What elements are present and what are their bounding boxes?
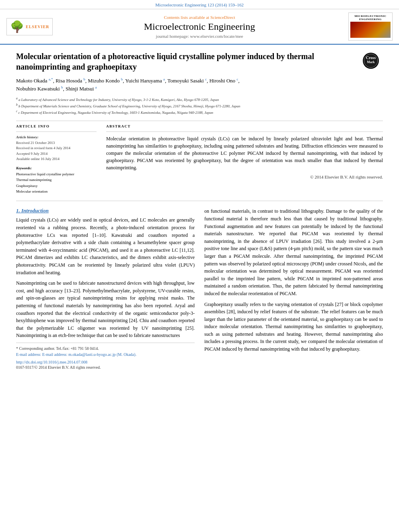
divider-2 (16, 201, 383, 201)
affiliation-a: a a Laboratory of Advanced Science and T… (16, 96, 383, 103)
article-content: Molecular orientation of a photoreactive… (0, 45, 399, 376)
body-para-2: Nanoimprinting can be used to fabricate … (16, 279, 195, 339)
history-label: Article history: (16, 135, 97, 139)
journal-logo-box: MICROELECTRONICENGINEERING (348, 12, 393, 41)
crossmark-logo: Cross Mark (363, 53, 383, 69)
footnote-email: E-mail address: E-mail address: m.okada@… (16, 351, 195, 357)
body-para-right-2: Graphoepitaxy usually refers to the vary… (204, 301, 383, 353)
history-accepted: Accepted 9 July 2014 (16, 151, 97, 157)
info-abstract-section: ARTICLE INFO Article history: Received 2… (16, 124, 383, 195)
keyword-1: Photoreactive liquid crystalline polymer (16, 171, 97, 177)
keyword-4: Molecular orientation (16, 189, 97, 194)
abstract-col: ABSTRACT Molecular orientation in photor… (106, 124, 383, 195)
top-bar: Microelectronic Engineering 123 (2014) 1… (0, 0, 399, 9)
abstract-copyright: © 2014 Elsevier B.V. All rights reserved… (106, 175, 383, 179)
divider-info (16, 131, 97, 132)
affiliations: a a Laboratory of Advanced Science and T… (16, 96, 383, 116)
journal-center-info: Contents lists available at ScienceDirec… (55, 15, 344, 39)
keywords-label: Keywords: (16, 166, 97, 170)
authors: Makoto Okada a,*, Risa Hosoda b, Mizuho … (16, 77, 383, 93)
history-revised: Received in revised form 4 July 2014 (16, 146, 97, 151)
body-section: 1. Introduction Liquid crystals (LCs) ar… (16, 207, 383, 370)
doi-line: http://dx.doi.org/10.1016/j.mee.2014.07.… (16, 360, 195, 364)
contents-text: Contents lists available at (164, 15, 210, 20)
article-title-section: Molecular orientation of a photoreactive… (16, 51, 383, 72)
crossmark-icon: Cross Mark (363, 53, 379, 69)
journal-citation: Microelectronic Engineering 123 (2014) 1… (155, 2, 243, 7)
abstract-text: Molecular orientation in photoreactive l… (106, 135, 383, 171)
article-title: Molecular orientation of a photoreactive… (16, 51, 363, 72)
history-online: Available online 16 July 2014 (16, 156, 97, 162)
body-left-col: 1. Introduction Liquid crystals (LCs) ar… (16, 207, 195, 370)
body-right-col: on functional materials, in contrast to … (204, 207, 383, 370)
keywords-section: Keywords: Photoreactive liquid crystalli… (16, 166, 97, 195)
abstract-label: ABSTRACT (106, 124, 383, 128)
affiliation-c: c c Department of Electrical Engineering… (16, 109, 383, 115)
intro-heading: 1. Introduction (16, 207, 195, 214)
svg-text:Cross: Cross (366, 55, 376, 60)
article-info-label: ARTICLE INFO (16, 124, 97, 128)
sciencedirect-label: ScienceDirect (210, 15, 235, 20)
body-para-right-1: on functional materials, in contrast to … (204, 207, 383, 297)
divider-1 (16, 121, 383, 121)
homepage-link: journal homepage: www.elsevier.com/locat… (55, 34, 344, 39)
article-history: Article history: Received 21 October 201… (16, 135, 97, 162)
keyword-3: Graphoepitaxy (16, 183, 97, 189)
elsevier-tree-icon: 🌳 (10, 20, 24, 33)
svg-text:Mark: Mark (367, 60, 375, 64)
footnote-area: * Corresponding author. Tel./fax: +81 79… (16, 343, 195, 357)
history-received: Received 21 October 2013 (16, 140, 97, 146)
keyword-2: Thermal nanoimprinting (16, 177, 97, 183)
elsevier-label: ELSEVIER (26, 25, 49, 29)
doi-link: http://dx.doi.org/10.1016/j.mee.2014.07.… (16, 360, 87, 364)
logo-box-image (350, 22, 391, 38)
elsevier-logo: 🌳 ELSEVIER (6, 18, 53, 35)
journal-title: Microelectronic Engineering (55, 21, 344, 32)
article-info-col: ARTICLE INFO Article history: Received 2… (16, 124, 97, 195)
logo-box-title: MICROELECTRONICENGINEERING (350, 14, 391, 21)
footnote-star: * Corresponding author. Tel./fax: +81 79… (16, 345, 195, 351)
sciencedirect-link: Contents lists available at ScienceDirec… (55, 15, 344, 20)
affiliation-b: b b Department of Materials Science and … (16, 103, 383, 109)
journal-logo-right: MICROELECTRONICENGINEERING (344, 12, 393, 41)
journal-header: 🌳 ELSEVIER Contents lists available at S… (0, 9, 399, 45)
body-para-1: Liquid crystals (LCs) are widely used in… (16, 216, 195, 276)
elsevier-logo-area: 🌳 ELSEVIER (6, 18, 55, 35)
copyright-footer: 0167-9317/© 2014 Elsevier B.V. All right… (16, 365, 195, 370)
divider-abstract (106, 131, 383, 132)
